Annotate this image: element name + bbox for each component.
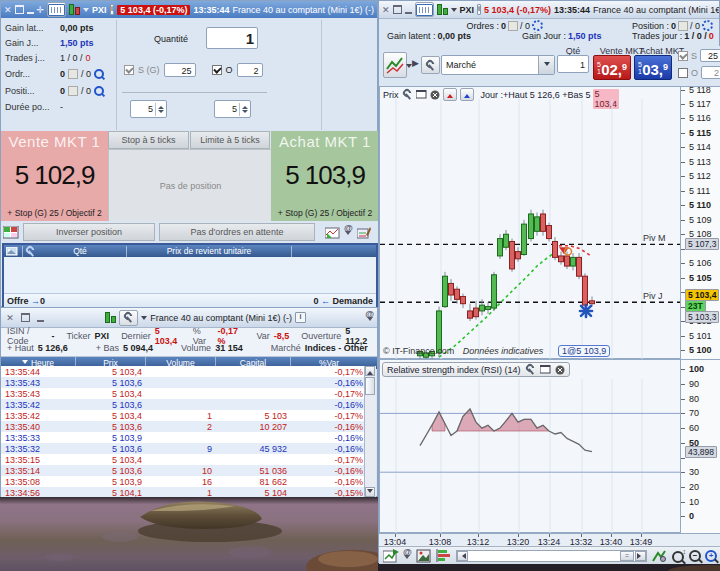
scroll-down-button[interactable] [365, 487, 375, 497]
scroll-left-button[interactable] [457, 551, 468, 561]
quote-row[interactable]: 13:35:425 103,415 103-0,17% [1, 410, 367, 421]
quote-row[interactable]: 13:35:335 103,9-0,16% [1, 432, 367, 443]
stop-checkbox[interactable] [678, 51, 688, 61]
close-icon[interactable]: ✕ [4, 4, 12, 16]
limit-distance-stepper[interactable]: 5 [214, 100, 251, 118]
time-axis[interactable]: 13:0413:0813:1213:2013:2413:3213:4013:49 [379, 533, 720, 547]
candlestick-icon[interactable] [105, 312, 116, 323]
export-chart-icon[interactable] [383, 549, 399, 563]
info-icon[interactable] [110, 4, 115, 15]
reverse-position-button[interactable]: Inverser position [23, 223, 155, 241]
order-type-select[interactable]: Marché [441, 55, 555, 75]
orders-list-icon[interactable] [68, 69, 78, 79]
chart-hscrollbar[interactable]: = [456, 550, 647, 562]
close-icon[interactable]: ✕ [382, 4, 390, 16]
orders-search-icon[interactable] [94, 69, 104, 79]
wrench-button[interactable] [119, 310, 138, 326]
trade-report-icon[interactable] [325, 226, 340, 239]
minimize-icon[interactable] [34, 312, 46, 324]
wrench-icon[interactable] [525, 364, 536, 375]
stop-ticks-button[interactable]: Stop à 5 ticks [108, 131, 189, 149]
position-list-icon[interactable] [678, 21, 688, 31]
keyboard-icon[interactable] [415, 2, 434, 17]
quote-row[interactable]: 13:35:405 103,6210 207-0,16% [1, 421, 367, 432]
qty-input[interactable]: 1 [557, 55, 589, 73]
pin-icon[interactable]: ✛ [37, 4, 45, 16]
stop-value-input[interactable]: 25 [700, 49, 720, 62]
scroll-up-button[interactable] [365, 366, 375, 376]
positions-grid-icon[interactable] [3, 226, 19, 239]
picture-icon[interactable] [6, 247, 18, 256]
close-circle-icon[interactable] [555, 365, 565, 375]
sell-market-button[interactable]: 5 102,9 [593, 55, 631, 80]
price-chart[interactable]: Piv MPiv J [380, 99, 680, 360]
scrollbar-handle[interactable]: = [620, 551, 634, 561]
quote-row[interactable]: 13:35:435 103,6-0,16% [1, 377, 367, 388]
quote-row[interactable]: 13:35:155 103,4-0,17% [1, 454, 367, 465]
quantity-input[interactable]: 1 [206, 27, 258, 49]
quote-row[interactable]: 13:34:565 104,115 104-0,15% [1, 487, 367, 497]
zoom-in-icon[interactable]: + [705, 550, 717, 562]
snapshot-icon[interactable] [416, 549, 432, 563]
objective-ticks-input[interactable]: 2 [237, 63, 263, 77]
drawing-tools-icon[interactable] [651, 549, 667, 563]
alerts-icon[interactable] [344, 226, 353, 238]
pending-orders-button[interactable]: Pas d'ordres en attente [159, 223, 315, 241]
objective-value-input[interactable]: 2 [701, 66, 720, 79]
scrollbar-thumb[interactable] [365, 377, 375, 395]
alerts-icon[interactable] [403, 550, 412, 562]
buy-market-button[interactable]: 5 103,9 [634, 55, 672, 80]
zoom-fit-icon[interactable]: ↕ [671, 550, 685, 562]
quote-row[interactable]: 13:35:145 103,61051 036-0,16% [1, 465, 367, 476]
maximize-icon[interactable] [15, 4, 24, 16]
objective-checkbox[interactable] [212, 65, 222, 75]
stop-distance-stepper[interactable]: 5 [130, 100, 167, 118]
buy-market-button[interactable]: Achat MKT 1 5 103,9 + Stop (G) 25 / Obje… [271, 131, 379, 221]
chart-style-icon[interactable] [383, 52, 407, 78]
minimize-icon[interactable] [27, 4, 34, 16]
rsi-chart[interactable] [380, 379, 680, 534]
orders-list-icon[interactable] [508, 21, 518, 31]
expand-arrow-icon[interactable]: ▶ [412, 58, 419, 68]
quote-row[interactable]: 13:35:085 103,91681 662-0,16% [1, 476, 367, 487]
candlestick-icon[interactable] [437, 4, 448, 15]
wrench-icon[interactable] [25, 246, 36, 257]
wrench-button[interactable] [421, 56, 440, 74]
working-order-badge[interactable]: 1@5 103,9 [558, 345, 610, 357]
quote-row[interactable]: 13:35:435 103,4-0,17% [1, 388, 367, 399]
info-icon[interactable] [477, 4, 481, 15]
gear-icon[interactable] [532, 20, 543, 31]
position-search-icon[interactable] [94, 86, 104, 96]
close-icon[interactable]: ✕ [4, 312, 16, 324]
objective-checkbox[interactable] [678, 68, 688, 78]
price-axis[interactable]: 5 1005 1015 1025 1055 1065 1085 1095 110… [680, 87, 720, 360]
quote-row[interactable]: 13:35:445 103,4-0,17% [1, 366, 367, 377]
position-list-icon[interactable] [68, 86, 78, 96]
zoom-out-icon[interactable]: − [689, 550, 701, 562]
chevron-down-icon[interactable] [83, 8, 89, 15]
limit-ticks-button[interactable]: Limite à 5 ticks [190, 131, 270, 149]
maximize-icon[interactable] [19, 312, 31, 324]
candlestick-icon[interactable] [69, 4, 80, 15]
scroll-right-button[interactable] [635, 551, 646, 561]
alarm-icon[interactable] [365, 312, 374, 324]
quotes-scrollbar[interactable] [364, 366, 376, 497]
window-icon[interactable] [416, 90, 427, 99]
sell-market-button[interactable]: Vente MKT 1 5 102,9 + Stop (G) 25 / Obje… [1, 131, 108, 221]
chevron-down-icon[interactable] [141, 316, 147, 323]
market-depth-icon[interactable] [436, 549, 452, 563]
window-icon[interactable] [540, 365, 551, 374]
maximize-icon[interactable] [393, 4, 402, 16]
edit-orders-icon[interactable] [357, 226, 371, 239]
gear-icon[interactable] [702, 20, 713, 31]
rsi-axis[interactable]: 0102030506070809010043,898 [680, 360, 720, 534]
quote-row[interactable]: 13:35:425 103,6-0,16% [1, 399, 367, 410]
stop-ticks-input[interactable]: 25 [164, 63, 196, 77]
stop-checkbox[interactable] [124, 65, 134, 75]
close-circle-icon[interactable] [430, 90, 440, 100]
info-icon[interactable] [295, 312, 306, 323]
quote-row[interactable]: 13:35:325 103,6945 932-0,16% [1, 443, 367, 454]
minimize-icon[interactable] [405, 4, 412, 16]
keyboard-icon[interactable] [47, 2, 66, 17]
chevron-down-icon[interactable] [451, 8, 457, 15]
